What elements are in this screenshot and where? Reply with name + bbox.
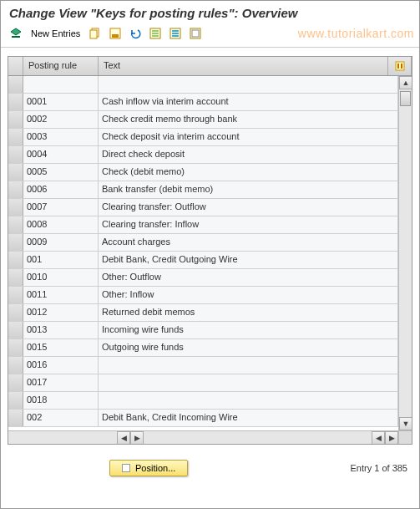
cell-text[interactable]: Account charges (99, 234, 398, 251)
cell-posting-rule[interactable]: 0001 (23, 94, 99, 110)
row-selector[interactable] (8, 76, 23, 93)
table-row[interactable]: 0012Returned debit memos (8, 304, 398, 322)
row-selector[interactable] (8, 164, 23, 181)
row-selector[interactable] (8, 94, 23, 110)
cell-text[interactable] (99, 357, 398, 374)
table-row[interactable]: 0011Other: Inflow (8, 287, 398, 304)
select-all-icon[interactable] (147, 25, 164, 42)
column-header-text[interactable]: Text (99, 57, 388, 75)
row-selector[interactable] (8, 216, 23, 233)
cell-posting-rule[interactable]: 0002 (23, 111, 99, 128)
scroll-left-icon-2[interactable]: ◀ (372, 431, 385, 444)
cell-text[interactable]: Incoming wire funds (99, 322, 398, 338)
row-selector[interactable] (8, 392, 23, 409)
table-row[interactable]: 0006Bank transfer (debit memo) (8, 181, 398, 199)
cell-posting-rule[interactable]: 0012 (23, 304, 99, 321)
cell-posting-rule[interactable]: 0006 (23, 181, 99, 198)
scroll-right-icon[interactable]: ▶ (130, 431, 144, 444)
cell-text[interactable]: Other: Outflow (99, 269, 398, 286)
row-selector[interactable] (8, 374, 23, 391)
row-selector[interactable] (8, 181, 23, 198)
table-row[interactable]: 0015Outgoing wire funds (8, 339, 398, 357)
cell-posting-rule[interactable]: 0007 (23, 199, 99, 216)
row-selector[interactable] (8, 146, 23, 163)
table-row[interactable]: 0005Check (debit memo) (8, 164, 398, 181)
scroll-down-icon[interactable]: ▼ (399, 417, 412, 430)
cell-posting-rule[interactable]: 0011 (23, 287, 99, 303)
scroll-up-icon[interactable]: ▲ (399, 76, 412, 89)
table-row[interactable] (8, 76, 398, 94)
row-selector[interactable] (8, 111, 23, 128)
row-selector[interactable] (8, 357, 23, 374)
row-selector[interactable] (8, 339, 23, 356)
scroll-right-icon-2[interactable]: ▶ (385, 431, 398, 444)
cell-posting-rule[interactable]: 0010 (23, 269, 99, 286)
cell-posting-rule[interactable]: 0005 (23, 164, 99, 181)
cell-text[interactable]: Cash inflow via interim account (99, 94, 398, 110)
row-selector[interactable] (8, 410, 23, 426)
save-icon[interactable] (107, 25, 124, 42)
table-row[interactable]: 001Debit Bank, Credit Outgoing Wire (8, 252, 398, 269)
cell-text[interactable]: Clearing transfer: Inflow (99, 216, 398, 233)
cell-text[interactable]: Clearing transfer: Outflow (99, 199, 398, 216)
cell-posting-rule[interactable]: 0009 (23, 234, 99, 251)
cell-posting-rule[interactable]: 0016 (23, 357, 99, 374)
cell-posting-rule[interactable]: 0017 (23, 374, 99, 391)
row-selector[interactable] (8, 129, 23, 145)
cell-text[interactable]: Bank transfer (debit memo) (99, 181, 398, 198)
new-entries-button[interactable]: New Entries (28, 28, 83, 38)
table-row[interactable]: 0009Account charges (8, 234, 398, 252)
cell-text[interactable]: Debit Bank, Credit Outgoing Wire (99, 252, 398, 268)
row-selector[interactable] (8, 234, 23, 251)
row-selector[interactable] (8, 269, 23, 286)
cell-text[interactable] (99, 392, 398, 409)
scroll-left-icon[interactable]: ◀ (117, 431, 130, 444)
table-row[interactable]: 0001Cash inflow via interim account (8, 94, 398, 111)
table-row[interactable]: 0016 (8, 357, 398, 374)
cell-text[interactable]: Returned debit memos (99, 304, 398, 321)
table-row[interactable]: 0013Incoming wire funds (8, 322, 398, 339)
cell-text[interactable]: Check credit memo through bank (99, 111, 398, 128)
vertical-scrollbar[interactable]: ▲ ▼ (398, 76, 412, 430)
cell-posting-rule[interactable]: 0018 (23, 392, 99, 409)
cell-posting-rule[interactable]: 0004 (23, 146, 99, 163)
cell-posting-rule[interactable]: 002 (23, 410, 99, 426)
table-row[interactable]: 0008Clearing transfer: Inflow (8, 216, 398, 234)
cell-posting-rule[interactable]: 0008 (23, 216, 99, 233)
cell-text[interactable]: Debit Bank, Credit Incoming Wire (99, 410, 398, 426)
table-row[interactable]: 0018 (8, 392, 398, 410)
cell-text[interactable]: Outgoing wire funds (99, 339, 398, 356)
table-row[interactable]: 0007Clearing transfer: Outflow (8, 199, 398, 216)
print-icon[interactable] (187, 25, 204, 42)
cell-posting-rule[interactable]: 0013 (23, 322, 99, 338)
table-row[interactable]: 0004Direct check deposit (8, 146, 398, 164)
cell-text[interactable]: Other: Inflow (99, 287, 398, 303)
column-header-rule[interactable]: Posting rule (23, 57, 99, 75)
table-row[interactable]: 002Debit Bank, Credit Incoming Wire (8, 410, 398, 427)
position-button[interactable]: Position... (109, 460, 188, 476)
cell-posting-rule[interactable]: 0015 (23, 339, 99, 356)
cell-posting-rule[interactable] (23, 76, 99, 93)
cell-text[interactable]: Check (debit memo) (99, 164, 398, 181)
scrollbar-thumb[interactable] (400, 91, 411, 106)
cell-text[interactable] (99, 76, 398, 93)
cell-posting-rule[interactable]: 001 (23, 252, 99, 268)
table-row[interactable]: 0002Check credit memo through bank (8, 111, 398, 129)
toggle-icon[interactable] (8, 25, 24, 42)
copy-icon[interactable] (87, 25, 104, 42)
table-row[interactable]: 0003Check deposit via interim account (8, 129, 398, 146)
row-selector[interactable] (8, 322, 23, 338)
row-selector[interactable] (8, 199, 23, 216)
horizontal-scrollbar[interactable]: ◀ ▶ ◀ ▶ (8, 430, 398, 444)
cell-text[interactable]: Direct check deposit (99, 146, 398, 163)
row-selector[interactable] (8, 287, 23, 303)
table-row[interactable]: 0010Other: Outflow (8, 269, 398, 287)
table-row[interactable]: 0017 (8, 374, 398, 392)
row-selector[interactable] (8, 252, 23, 268)
cell-text[interactable]: Check deposit via interim account (99, 129, 398, 145)
cell-text[interactable] (99, 374, 398, 391)
row-selector[interactable] (8, 304, 23, 321)
deselect-all-icon[interactable] (167, 25, 184, 42)
undo-icon[interactable] (127, 25, 144, 42)
table-settings-icon[interactable] (388, 57, 412, 75)
